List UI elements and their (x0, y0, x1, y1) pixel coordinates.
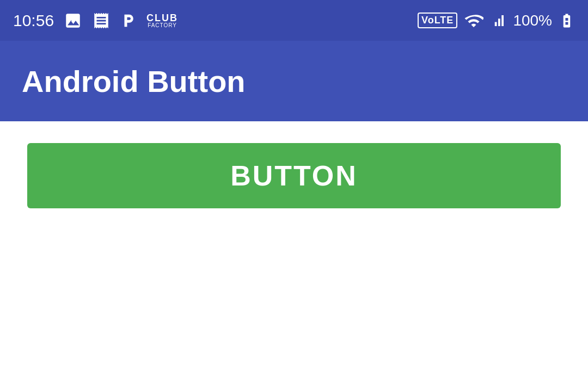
main-content: BUTTON (0, 121, 588, 230)
app-bar: Android Button (0, 41, 588, 121)
battery-icon (559, 11, 575, 30)
factory-logo-text: FACTORY (148, 23, 177, 28)
main-button[interactable]: BUTTON (27, 143, 561, 208)
image-icon (64, 11, 82, 30)
wifi-icon (464, 11, 483, 30)
page-title: Android Button (22, 64, 246, 99)
signal-icon (490, 11, 506, 30)
parking-icon (120, 11, 137, 30)
battery-percent: 100% (513, 12, 552, 29)
status-bar: 10:56 CLUB FACTORY VoLTE (0, 0, 588, 41)
status-bar-right: VoLTE 100% (418, 11, 575, 30)
status-bar-left: 10:56 CLUB FACTORY (13, 11, 178, 30)
club-factory-logo: CLUB FACTORY (146, 13, 178, 28)
calendar-icon (92, 11, 111, 30)
status-time: 10:56 (13, 11, 54, 30)
volte-badge: VoLTE (418, 13, 457, 28)
club-logo-text: CLUB (146, 13, 178, 23)
